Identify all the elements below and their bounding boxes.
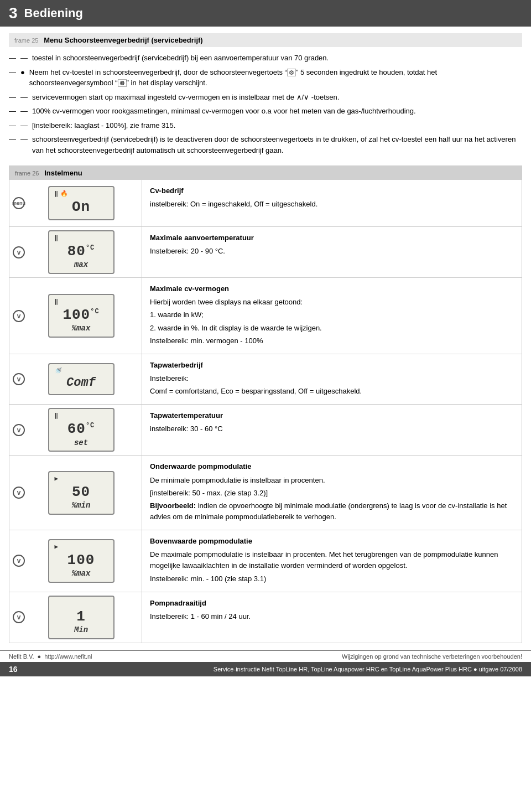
lcd-top-icons: ‖: [55, 412, 108, 420]
row-tapwatertemp-right: Tapwatertemperatuur instelbereik: 30 - 6…: [142, 405, 522, 455]
bullet-item: ● Neem het cv-toestel in schoorsteenvege…: [9, 67, 522, 89]
footer-disclaimer: Wijzigingen op grond van technische verb…: [342, 653, 522, 660]
row-pompnadraai: v 1 Min Pompnadraaitijd Instelbereik: 1 …: [9, 592, 522, 643]
chapter-title: Bediening: [24, 6, 83, 20]
lcd-icon-bar: ‖: [55, 298, 59, 306]
lcd-value-60: 60°C: [55, 421, 108, 438]
row-cv-vermogen-left: v ‖ 100°C %max: [9, 278, 142, 354]
row-cv-vermogen-right: Maximale cv-vermogen Hierbij worden twee…: [142, 278, 522, 354]
lcd-label-pctmax2: %max: [55, 569, 108, 578]
lcd-display-comf: 🚿 Comf: [48, 363, 114, 395]
frame25-label: frame 25: [14, 37, 42, 44]
lcd-label-comf: Comf: [55, 376, 108, 390]
cv-vermogen-desc2: 1. waarde in kW;: [150, 309, 514, 320]
aanvoertemp-title: Maximale aanvoertemperatuur: [150, 232, 514, 244]
frame26-title: Instelmenu: [44, 169, 82, 177]
cv-vermogen-desc3: 2. waarde in %. In dit display is de waa…: [150, 323, 514, 334]
frame25-section: frame 25 Menu Schoorsteenvegerbedrijf (s…: [9, 33, 522, 156]
v-icon: v: [13, 611, 25, 623]
lcd-value-100p: 100: [55, 552, 108, 569]
row-tapwater: v 🚿 Comf Tapwaterbedrijf Instelbereik: C…: [9, 354, 522, 405]
row-cv-bedrijf-right: Cv-bedrijf instelbereik: On = ingeschake…: [142, 180, 522, 226]
lcd-value-1: 1: [55, 608, 108, 625]
v-icon: v: [13, 246, 25, 258]
lcd-icon-play: ▶: [55, 544, 59, 551]
lcd-top-icons: 🚿: [55, 368, 108, 375]
row-pompnadraai-left: v 1 Min: [9, 592, 142, 643]
tapwater-instelbereik: Instelbereik:: [150, 373, 514, 384]
row-cv-bedrijf: menu ‖ 🔥 On Cv-bedrijf instelbereik: On …: [9, 180, 522, 227]
cv-vermogen-desc4: Instelbereik: min. vermogen - 100%: [150, 335, 514, 346]
lcd-label-pctmax: %max: [55, 324, 108, 333]
company-info: Nefit B.V. ● http://www.nefit.nl: [9, 653, 92, 660]
row-pompnadraai-right: Pompnadraaitijd Instelbereik: 1 - 60 min…: [142, 592, 522, 643]
lcd-icon-bar: ‖: [55, 190, 59, 198]
footer-top: Nefit B.V. ● http://www.nefit.nl Wijzigi…: [0, 650, 531, 662]
bullet-item: — 100% cv-vermogen voor rookgasmetingen,…: [9, 106, 522, 117]
lcd-value-on: On: [55, 199, 108, 216]
v-icon: v: [13, 310, 25, 322]
v-icon: v: [13, 555, 25, 567]
onderwaarde-desc2: [instelbereik: 50 - max. (zie stap 3.2)]: [150, 488, 514, 499]
row-aanvoertemp-left: v ‖ 80°C max: [9, 227, 142, 277]
lcd-top-icons: ‖ 🔥: [55, 190, 108, 198]
row-tapwater-right: Tapwaterbedrijf Instelbereik: Comf = com…: [142, 354, 522, 404]
menu-icon: menu: [13, 197, 25, 209]
frame26-header: frame 26 Instelmenu: [9, 166, 522, 180]
row-tapwater-left: v 🚿 Comf: [9, 354, 142, 404]
bovenwaarde-desc2: Instelbereik: min. - 100 (zie stap 3.1): [150, 573, 514, 585]
footer-bottom: 16 Service-instructie Nefit TopLine HR, …: [0, 662, 531, 676]
bovenwaarde-desc1: De maximale pompmodulatie is instelbaar …: [150, 549, 514, 571]
row-tapwatertemp-left: v ‖ 60°C set: [9, 405, 142, 455]
lcd-icon-bar: ‖: [55, 412, 59, 420]
row-bovenwaarde-right: Bovenwaarde pompmodulatie De maximale po…: [142, 530, 522, 592]
lcd-top-icons: ▶: [55, 475, 108, 483]
main-content: frame 25 Menu Schoorsteenvegerbedrijf (s…: [0, 27, 531, 650]
lcd-value-100c: 100°C: [55, 307, 108, 324]
onderwaarde-title: Onderwaarde pompmodulatie: [150, 461, 514, 472]
bovenwaarde-title: Bovenwaarde pompmodulatie: [150, 536, 514, 547]
lcd-label-min: Min: [55, 625, 108, 635]
row-tapwatertemp: v ‖ 60°C set Tapwatertemperatuur instelb…: [9, 405, 522, 456]
v-icon: v: [13, 373, 25, 385]
tapwater-desc: Comf = comfortstand, Eco = besparingssta…: [150, 386, 514, 397]
lcd-display-1min: 1 Min: [48, 596, 114, 639]
row-onderwaarde-left: v ▶ 50 %min: [9, 456, 142, 530]
lcd-top-icons: ▶: [55, 544, 108, 551]
tapwatertemp-title: Tapwatertemperatuur: [150, 410, 514, 421]
row-cv-vermogen: v ‖ 100°C %max Maximale cv-vermogen Hier…: [9, 278, 522, 354]
lcd-display-100c: ‖ 100°C %max: [48, 294, 114, 338]
lcd-top-icons: ‖: [55, 298, 108, 306]
lcd-display-50: ▶ 50 %min: [48, 471, 114, 515]
bullet-item: — servicevermogen start op maximaal inge…: [9, 92, 522, 103]
v-icon: v: [13, 487, 25, 499]
lcd-label-set: set: [55, 438, 108, 448]
row-cv-bedrijf-left: menu ‖ 🔥 On: [9, 180, 142, 226]
company-website: http://www.nefit.nl: [44, 653, 92, 660]
lcd-top-icons: [55, 600, 108, 607]
row-onderwaarde: v ▶ 50 %min Onderwaarde pompmodulatie De…: [9, 456, 522, 530]
frame26-section: frame 26 Instelmenu menu ‖ 🔥 On Cv-bedri…: [9, 165, 522, 643]
bullet-item: — [instelbereik: laaglast - 100%], zie f…: [9, 120, 522, 131]
doc-title: Service-instructie Nefit TopLine HR, Top…: [214, 666, 522, 673]
page-number: 16: [9, 665, 18, 674]
lcd-icon-tap: 🚿: [55, 368, 63, 375]
lcd-value-80: 80°C: [55, 243, 108, 260]
lcd-icon-flame: 🔥: [60, 190, 68, 198]
row-aanvoertemp-right: Maximale aanvoertemperatuur Instelbereik…: [142, 227, 522, 277]
lcd-display-100p: ▶ 100 %max: [48, 539, 114, 583]
lcd-display-60: ‖ 60°C set: [48, 408, 114, 452]
pompnadraai-title: Pompnadraaitijd: [150, 598, 514, 609]
lcd-display-80: ‖ 80°C max: [48, 230, 114, 274]
lcd-icon-bar: ‖: [55, 235, 59, 242]
row-bovenwaarde: v ▶ 100 %max Bovenwaarde pompmodulatie D…: [9, 530, 522, 592]
lcd-icon-play: ▶: [55, 475, 59, 483]
frame25-header: frame 25 Menu Schoorsteenvegerbedrijf (s…: [9, 33, 522, 47]
v-icon: v: [13, 424, 25, 436]
onderwaarde-desc3: Bijvoorbeeld: indien de opvoerhoogte bij…: [150, 500, 514, 523]
page-header: 3 Bediening: [0, 0, 531, 27]
aanvoertemp-desc: Instelbereik: 20 - 90 °C.: [150, 246, 514, 257]
row-onderwaarde-right: Onderwaarde pompmodulatie De minimale po…: [142, 456, 522, 530]
chapter-number: 3: [9, 4, 18, 22]
tapwatertemp-desc: instelbereik: 30 - 60 °C: [150, 423, 514, 435]
